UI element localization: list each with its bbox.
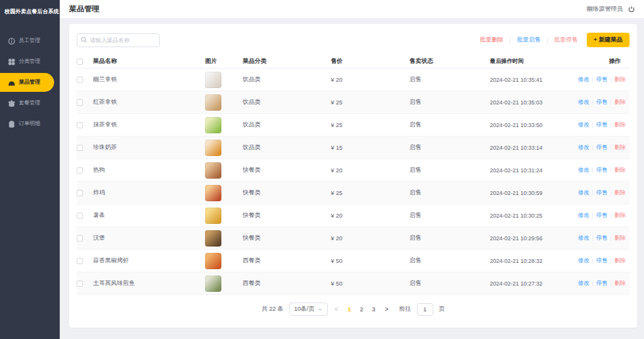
sidebar-item-dishes[interactable]: 菜品管理 [0,73,54,92]
dish-card: 批量删除 批量启售 批量停售 + 新建菜品 菜品名称 图片 菜品分类 售价 售卖… [69,24,637,328]
divider [611,145,611,150]
search-input[interactable] [77,33,160,47]
dish-price: ¥ 50 [331,280,409,287]
dish-name: 蒜香黑椒烤虾 [93,257,194,265]
dish-status: 启售 [409,166,490,174]
dish-status: 启售 [409,143,490,152]
dish-price: ¥ 15 [331,144,409,151]
page-number-3[interactable]: 3 [369,306,377,313]
divider [611,236,611,241]
dish-price: ¥ 25 [331,189,409,196]
edit-link[interactable]: 修改 [578,257,589,265]
stop-sale-link[interactable]: 停售 [596,75,608,84]
stop-sale-link[interactable]: 停售 [596,279,608,287]
edit-link[interactable]: 修改 [578,98,589,106]
stop-sale-link[interactable]: 停售 [596,257,608,265]
batch-enable-button[interactable]: 批量启售 [517,36,541,44]
sidebar: 校园外卖点餐后台系统 员工管理 分类管理 菜品管理 套餐管理 [0,0,60,339]
column-header-actions: 操作 [578,57,630,65]
page-size-value: 10条/页 [294,305,314,313]
table-row: 抹茶拿铁 饮品类 ¥ 25 启售 2024-02-21 10:33:50 修改 … [77,114,630,136]
row-checkbox[interactable] [77,213,83,219]
dish-category: 快餐类 [243,166,331,174]
delete-link[interactable]: 删除 [614,98,626,106]
dish-updated-time: 2024-02-21 10:27:32 [490,281,578,287]
row-checkbox[interactable] [77,77,83,83]
stop-sale-link[interactable]: 停售 [596,234,608,242]
edit-link[interactable]: 修改 [578,166,589,174]
divider [611,77,611,82]
stop-sale-link[interactable]: 停售 [596,121,608,129]
divider [592,123,593,128]
dish-status: 启售 [409,75,490,84]
table-header: 菜品名称 图片 菜品分类 售价 售卖状态 最后操作时间 操作 [77,55,630,69]
delete-link[interactable]: 删除 [614,234,626,242]
select-all-checkbox[interactable] [77,58,83,65]
delete-link[interactable]: 删除 [614,211,626,220]
stop-sale-link[interactable]: 停售 [596,189,608,197]
sidebar-item-categories[interactable]: 分类管理 [0,52,60,71]
dish-status: 启售 [409,257,490,265]
delete-link[interactable]: 删除 [614,166,626,174]
row-checkbox[interactable] [77,190,83,196]
edit-link[interactable]: 修改 [578,143,589,152]
next-page-button[interactable]: > [384,306,390,313]
stop-sale-link[interactable]: 停售 [596,98,608,106]
stop-sale-link[interactable]: 停售 [596,143,608,152]
edit-link[interactable]: 修改 [578,189,589,197]
stop-sale-link[interactable]: 停售 [596,166,608,174]
dish-category: 饮品类 [243,98,331,106]
delete-link[interactable]: 删除 [614,257,626,265]
sidebar-item-orders[interactable]: 订单明细 [0,114,60,133]
delete-link[interactable]: 删除 [614,189,626,197]
sidebar-item-label: 订单明细 [19,120,40,128]
sidebar-item-employees[interactable]: 员工管理 [0,31,60,50]
divider [611,213,611,218]
goto-suffix: 页 [439,305,445,313]
batch-disable-button[interactable]: 批量停售 [554,36,578,44]
delete-link[interactable]: 删除 [614,143,626,152]
edit-link[interactable]: 修改 [578,211,589,220]
dish-price: ¥ 20 [331,212,409,219]
clipboard-icon [8,121,15,128]
row-checkbox[interactable] [77,167,83,174]
edit-link[interactable]: 修改 [578,75,589,84]
table-row: 薯条 快餐类 ¥ 20 启售 2024-02-21 10:30:25 修改 停售… [77,204,630,227]
dish-updated-time: 2024-02-21 10:33:14 [490,145,578,151]
username: 幽络源管理员 [587,5,623,13]
delete-link[interactable]: 删除 [614,279,626,287]
table-row: 珍珠奶茶 饮品类 ¥ 15 启售 2024-02-21 10:33:14 修改 … [77,136,630,159]
row-checkbox[interactable] [77,281,83,287]
page-number-2[interactable]: 2 [357,306,365,313]
dish-table: 菜品名称 图片 菜品分类 售价 售卖状态 最后操作时间 操作 幽兰拿铁 饮品类 … [77,55,630,295]
batch-delete-button[interactable]: 批量删除 [480,36,504,44]
row-checkbox[interactable] [77,122,83,128]
dish-name: 抹茶拿铁 [93,121,194,129]
dish-name: 土耳其风味煎鱼 [93,279,194,287]
dish-updated-time: 2024-02-21 10:28:32 [490,258,578,264]
edit-link[interactable]: 修改 [578,234,589,242]
divider [592,168,593,173]
page-number-1[interactable]: 1 [345,306,353,313]
new-dish-button[interactable]: + 新建菜品 [587,33,630,47]
row-checkbox[interactable] [77,145,83,151]
edit-link[interactable]: 修改 [578,121,589,129]
row-checkbox[interactable] [77,235,83,242]
dish-status: 启售 [409,279,490,287]
dish-name: 红茶拿铁 [93,98,194,106]
delete-link[interactable]: 删除 [614,75,626,84]
prev-page-button[interactable]: < [333,306,340,313]
dish-price: ¥ 20 [331,235,409,242]
page-size-select[interactable]: 10条/页 [289,303,328,316]
dish-category: 饮品类 [243,121,331,129]
edit-link[interactable]: 修改 [578,279,589,287]
sidebar-item-combos[interactable]: 套餐管理 [0,94,60,113]
divider [611,100,611,105]
row-checkbox[interactable] [77,99,83,106]
goto-page-input[interactable] [417,303,433,316]
logout-power-icon[interactable] [628,6,635,13]
delete-link[interactable]: 删除 [614,121,626,129]
stop-sale-link[interactable]: 停售 [596,211,608,220]
dish-image [205,72,221,88]
row-checkbox[interactable] [77,258,83,264]
